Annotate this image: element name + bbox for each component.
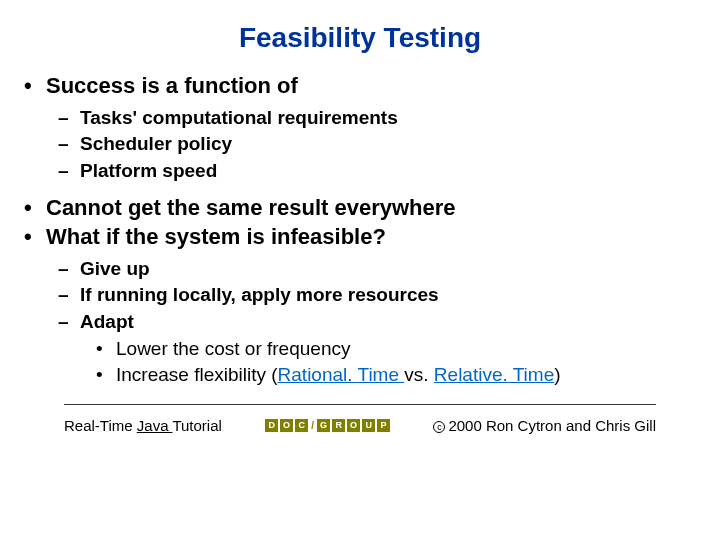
footer-right: c2000 Ron Cytron and Chris Gill xyxy=(433,417,656,434)
bullet-3-sub-2: If running locally, apply more resources xyxy=(80,283,696,308)
logo-slash: / xyxy=(310,419,315,432)
flex-mid: vs. xyxy=(404,364,434,385)
footer-copyright-text: 2000 Ron Cytron and Chris Gill xyxy=(448,417,656,434)
footer-left-suffix: Tutorial xyxy=(172,417,221,434)
bullet-2: Cannot get the same result everywhere xyxy=(24,194,696,222)
copyright-icon: c xyxy=(433,421,445,433)
flex-prefix: Increase flexibility ( xyxy=(116,364,278,385)
slide-body: Success is a function of Tasks' computat… xyxy=(24,72,696,388)
footer: Real-Time Java Tutorial D O C / G R O U … xyxy=(24,405,696,434)
bullet-3-sub-3-text: Adapt xyxy=(80,311,134,332)
bullet-3-sub-3-item-2: Increase flexibility (Rational. Time vs.… xyxy=(116,363,696,388)
logo-letter-r: R xyxy=(332,419,345,432)
bullet-1-text: Success is a function of xyxy=(46,73,298,98)
logo-letter-o: O xyxy=(280,419,293,432)
bullet-1-sub-3: Platform speed xyxy=(80,159,696,184)
bullet-1-sub-1: Tasks' computational requirements xyxy=(80,106,696,131)
logo-letter-u: U xyxy=(362,419,375,432)
footer-java-link[interactable]: Java xyxy=(137,417,173,434)
logo-letter-p: P xyxy=(377,419,390,432)
flex-suffix: ) xyxy=(554,364,560,385)
bullet-3-text: What if the system is infeasible? xyxy=(46,224,386,249)
footer-left: Real-Time Java Tutorial xyxy=(64,417,222,434)
bullet-3-sub-1: Give up xyxy=(80,257,696,282)
doc-group-logo: D O C / G R O U P xyxy=(265,419,390,432)
bullet-3-sub-3: Adapt Lower the cost or frequency Increa… xyxy=(80,310,696,388)
bullet-3-sub-3-item-1: Lower the cost or frequency xyxy=(116,337,696,362)
logo-letter-g: G xyxy=(317,419,330,432)
logo-letter-o2: O xyxy=(347,419,360,432)
logo-letter-d: D xyxy=(265,419,278,432)
relative-time-link[interactable]: Relative. Time xyxy=(434,364,554,385)
bullet-3: What if the system is infeasible? Give u… xyxy=(24,223,696,388)
rational-time-link[interactable]: Rational. Time xyxy=(278,364,405,385)
slide-title: Feasibility Testing xyxy=(24,0,696,72)
logo-letter-c: C xyxy=(295,419,308,432)
bullet-1: Success is a function of Tasks' computat… xyxy=(24,72,696,184)
bullet-1-sub-2: Scheduler policy xyxy=(80,132,696,157)
footer-left-prefix: Real-Time xyxy=(64,417,137,434)
